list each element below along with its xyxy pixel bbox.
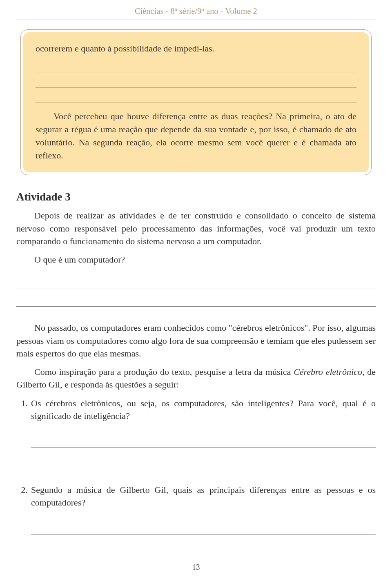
answer-line[interactable] — [36, 73, 356, 88]
activity-paragraph-4: Como inspiração para a produção do texto… — [16, 365, 376, 391]
question-list: 1. Os cérebros eletrônicos, ou seja, os … — [16, 397, 376, 534]
page-number: 13 — [0, 563, 392, 572]
answer-line[interactable] — [16, 272, 376, 289]
page-content: ocorrerem e quanto à possibilidade de im… — [0, 0, 392, 534]
question-1: 1. Os cérebros eletrônicos, ou seja, os … — [16, 397, 376, 422]
activity-paragraph-3: No passado, os computadores eram conheci… — [16, 321, 376, 360]
answer-line[interactable] — [16, 289, 376, 307]
activity-answer-lines — [16, 272, 376, 307]
question-number: 2. — [16, 483, 28, 509]
music-title: Cérebro eletrônico — [294, 367, 362, 377]
answer-line[interactable] — [31, 448, 376, 467]
activity-title: Atividade 3 — [16, 191, 376, 203]
box-paragraph-1: ocorrerem e quanto à possibilidade de im… — [36, 42, 356, 55]
answer-line[interactable] — [31, 428, 376, 448]
answer-line[interactable] — [36, 88, 356, 102]
activity-paragraph-4a: Como inspiração para a produção do texto… — [34, 367, 294, 377]
box-paragraph-2: Você percebeu que houve diferença entre … — [36, 110, 356, 162]
header-divider — [16, 20, 376, 21]
question-text: Segundo a música de Gilberto Gil, quais … — [31, 483, 376, 509]
answer-line[interactable] — [36, 58, 356, 73]
activity-paragraph-1: Depois de realizar as atividades e de te… — [16, 209, 376, 247]
question-1-answer-lines — [31, 428, 376, 467]
question-number: 1. — [16, 397, 28, 422]
question-2: 2. Segundo a música de Gilberto Gil, qua… — [16, 483, 376, 509]
page-header-title: Ciências - 8ª série/9º ano - Volume 2 — [0, 7, 392, 16]
activity-paragraph-2: O que é um computador? — [16, 253, 376, 266]
highlight-box-inner: ocorrerem e quanto à possibilidade de im… — [23, 32, 369, 172]
highlight-box-outer: ocorrerem e quanto à possibilidade de im… — [20, 29, 372, 175]
question-2-answer-lines — [31, 515, 376, 534]
question-text: Os cérebros eletrônicos, ou seja, os com… — [31, 397, 376, 422]
box-answer-lines — [36, 58, 356, 102]
answer-line[interactable] — [31, 515, 376, 534]
